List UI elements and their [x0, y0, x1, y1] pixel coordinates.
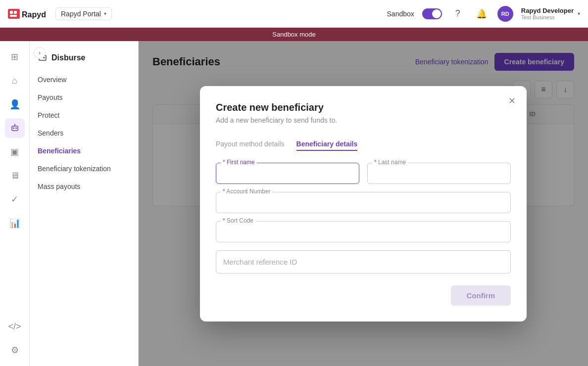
sidebar-icon-dashboard[interactable]: ⊞: [5, 47, 25, 67]
toggle-knob: [432, 9, 441, 18]
sandbox-label: Sandbox: [387, 10, 414, 18]
sidebar-icon-home[interactable]: ⌂: [5, 71, 25, 91]
sandbox-banner-text: Sandbox mode: [272, 31, 315, 38]
step-beneficiary-details[interactable]: Beneficiary details: [296, 138, 358, 151]
modal-footer: Confirm: [216, 285, 511, 306]
help-icon[interactable]: ?: [450, 6, 466, 22]
sidebar-icon-check[interactable]: ✓: [5, 189, 25, 209]
sidebar-icon-disburse[interactable]: [5, 118, 25, 138]
svg-rect-1: [10, 11, 13, 14]
svg-point-9: [14, 124, 15, 125]
modal-close-button[interactable]: ✕: [505, 94, 519, 108]
sidebar-item-senders[interactable]: Senders: [30, 124, 138, 142]
rapyd-logo: Rapyd: [8, 7, 48, 21]
svg-point-7: [15, 128, 17, 129]
svg-text:Rapyd: Rapyd: [22, 10, 46, 19]
first-name-label: * First name: [221, 159, 257, 166]
portal-label-text: Rapyd Portal: [61, 10, 101, 18]
modal-overlay: ✕ Create new beneficiary Add a new benef…: [139, 41, 588, 366]
svg-rect-3: [10, 15, 17, 17]
svg-rect-2: [14, 11, 17, 14]
sort-code-row: * Sort Code: [216, 221, 511, 242]
sidebar-icon-wallet[interactable]: ▣: [5, 142, 25, 162]
notifications-icon[interactable]: 🔔: [474, 6, 490, 22]
user-avatar: RD: [497, 6, 513, 22]
last-name-input[interactable]: [367, 163, 511, 184]
svg-point-6: [13, 128, 14, 129]
sandbox-banner: Sandbox mode: [0, 28, 588, 41]
sort-code-input[interactable]: [216, 221, 511, 242]
sidebar-icon-chart[interactable]: 📊: [5, 213, 25, 233]
user-name: Rapyd Developer: [521, 7, 574, 14]
step-payout-method[interactable]: Payout method details: [216, 138, 285, 151]
name-row: * First name * Last name: [216, 163, 511, 184]
first-name-field: * First name: [216, 163, 359, 184]
user-info: Rapyd Developer Test Business: [521, 7, 574, 20]
account-number-label: * Account Number: [221, 188, 273, 195]
modal: ✕ Create new beneficiary Add a new benef…: [200, 86, 527, 321]
last-name-field: * Last name: [367, 163, 511, 184]
sidebar-collapse-btn[interactable]: ›: [34, 47, 46, 59]
sort-code-required: *: [223, 217, 225, 224]
page-content: Beneficiaries Beneficiary tokenization C…: [139, 41, 588, 366]
robot-icon: [10, 123, 20, 133]
user-dropdown[interactable]: Rapyd Developer Test Business ▾: [521, 7, 580, 20]
sidebar-item-beneficiaries[interactable]: Beneficiaries: [30, 142, 138, 160]
sidebar-icon-code[interactable]: </>: [5, 317, 25, 336]
sidebar-icon-card[interactable]: 🖥: [5, 166, 25, 185]
merchant-ref-field: [216, 250, 511, 274]
account-required: *: [223, 188, 225, 195]
svg-rect-0: [8, 9, 20, 19]
sidebar-section-title: Disburse: [51, 53, 85, 62]
first-name-input[interactable]: [216, 163, 359, 184]
user-role: Test Business: [521, 14, 574, 20]
sandbox-toggle[interactable]: [422, 8, 442, 19]
portal-chevron-icon: ▾: [104, 11, 106, 16]
sidebar-icon-settings[interactable]: ⚙: [5, 340, 25, 360]
sidebar-item-protect[interactable]: Protect: [30, 106, 138, 124]
modal-title: Create new beneficiary: [216, 102, 511, 113]
portal-selector[interactable]: Rapyd Portal ▾: [55, 7, 112, 20]
sidebar-item-mass-payouts[interactable]: Mass payouts: [30, 178, 138, 195]
first-name-required: *: [223, 159, 225, 166]
user-chevron-icon: ▾: [578, 11, 580, 16]
logo: Rapyd: [8, 7, 48, 21]
sidebar-nav: Disburse Overview Payouts Protect Sender…: [30, 41, 139, 366]
top-nav: Rapyd Rapyd Portal ▾ Sandbox ? 🔔 RD Rapy…: [0, 0, 588, 28]
sidebar-item-overview[interactable]: Overview: [30, 71, 138, 89]
modal-subtitle: Add a new beneficiary to send funds to.: [216, 116, 511, 124]
merchant-ref-input[interactable]: [216, 250, 511, 274]
sidebar-section-header: Disburse: [30, 49, 138, 71]
modal-steps: Payout method details Beneficiary detail…: [216, 138, 511, 151]
account-number-field: * Account Number: [216, 192, 511, 213]
merchant-ref-row: [216, 250, 511, 274]
main-content: ⊞ ⌂ 👤 ▣ 🖥 ✓ 📊 </> ⚙ ›: [0, 41, 588, 366]
sort-code-field: * Sort Code: [216, 221, 511, 242]
sidebar-item-payouts[interactable]: Payouts: [30, 89, 138, 106]
svg-rect-5: [12, 126, 18, 131]
last-name-label: * Last name: [372, 159, 408, 166]
confirm-button[interactable]: Confirm: [451, 285, 511, 306]
sidebar-icons: ⊞ ⌂ 👤 ▣ 🖥 ✓ 📊 </> ⚙: [0, 41, 30, 366]
last-name-required: *: [374, 159, 377, 166]
sidebar-item-beneficiary-tokenization[interactable]: Beneficiary tokenization: [30, 160, 138, 178]
sidebar-icon-users[interactable]: 👤: [5, 94, 25, 114]
sort-code-label: * Sort Code: [221, 217, 255, 224]
account-number-row: * Account Number: [216, 192, 511, 213]
account-number-input[interactable]: [216, 192, 511, 213]
